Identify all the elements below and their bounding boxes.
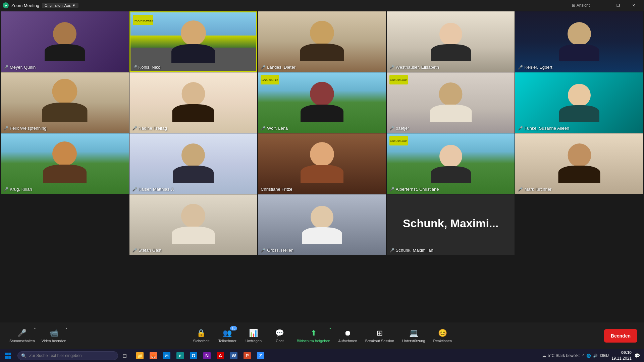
originalton-button[interactable]: Originalton: Aus ▼ [42, 3, 78, 8]
participant-video-15 [172, 204, 215, 244]
participant-nameplate-6: 🎤 Nadine Freitag [132, 126, 167, 131]
participant-nameplate-2: 🎤 Landes, Dieter [261, 65, 296, 70]
mute-caret: ▲ [34, 327, 36, 330]
mute-button[interactable]: ▲ 🎤 Stummschalten [7, 324, 38, 348]
participant-nameplate-15: 🎤 Stefan Gast [132, 248, 162, 253]
taskbar-app-zoom[interactable]: Z [254, 349, 267, 362]
mute-icon-14: 🎤 [518, 187, 523, 192]
participant-nameplate-3: 🎤 Westhäuser, Elisabeth [389, 65, 439, 70]
video-cell-funke[interactable]: 🎤 Funke, Susanne Aileen [515, 72, 643, 133]
video-caret: ▲ [65, 327, 68, 330]
weather-widget[interactable]: ☁ 5°C Stark bewölkt [542, 353, 580, 358]
support-button[interactable]: 💻 Unterstützung [399, 324, 428, 348]
video-cell-alberternst[interactable]: HOCHSCHULE 🎤 Alberternst, Christiane [387, 133, 515, 194]
mute-icon-17: 🎤 [389, 248, 394, 253]
start-button[interactable] [0, 349, 16, 362]
system-clock[interactable]: 09:10 19.11.2021 [611, 350, 632, 361]
participant-nameplate-11: 🎤 Kaiser, Matthias J. [132, 187, 174, 192]
taskbar-app-mail[interactable]: ✉ [160, 349, 173, 362]
chat-icon: 💬 [275, 329, 284, 338]
participant-video-3 [431, 23, 471, 61]
clock-date: 19.11.2021 [611, 356, 632, 361]
participant-name-17: Schunk, Maximilian [396, 248, 433, 253]
participant-video-13 [431, 145, 471, 183]
video-cell-gross[interactable]: 🎤 Gross, Hellen [258, 194, 386, 255]
mail-icon: ✉ [163, 352, 170, 359]
tray-chevron[interactable]: ^ [582, 354, 584, 358]
taskbar-app-edge[interactable]: e [174, 349, 186, 362]
notification-icon[interactable]: 💬 [634, 353, 640, 358]
system-tray: ^ 🌐 🔊 [582, 354, 597, 358]
participants-button[interactable]: ▲ 👥 18 Teilnehmer [216, 324, 239, 348]
video-button[interactable]: ▲ 📹 Video beenden [39, 324, 69, 348]
participant-video-5 [42, 79, 87, 122]
participant-video-0 [45, 22, 85, 61]
video-cell-westhauser[interactable]: 🎤 Westhäuser, Elisabeth [387, 11, 515, 72]
taskbar-search-box[interactable]: 🔍 Zur Suche Text hier eingeben [17, 351, 118, 360]
video-cell-fritze[interactable]: Christiane Fritze [258, 133, 386, 194]
mute-icon-9: 🎤 [518, 126, 523, 131]
explorer-icon: 📁 [136, 352, 144, 359]
taskview-button[interactable]: ⊟ [118, 349, 131, 362]
mute-icon-15: 🎤 [132, 248, 137, 253]
participant-name-6: Nadine Freitag [139, 126, 167, 131]
taskbar-app-firefox[interactable]: 🦊 [147, 349, 160, 362]
participant-nameplate-13: 🎤 Alberternst, Christiane [389, 187, 439, 192]
security-button[interactable]: 🔒 Sicherheit [190, 324, 213, 348]
toolbar: ▲ 🎤 Stummschalten ▲ 📹 Video beenden 🔒 Si… [0, 322, 644, 349]
video-cell-kirchner[interactable]: 🎤 Mark Kirchner [515, 133, 643, 194]
mute-icon-5: 🎤 [3, 126, 8, 131]
taskbar-app-explorer[interactable]: 📁 [133, 349, 146, 362]
video-cell-wolf[interactable]: HOCHSCHULE 🎤 Wolf, Lena [258, 72, 386, 133]
participant-video-16 [302, 206, 342, 244]
share-screen-button[interactable]: ▲ ⬆ Bildschirm freigeben [294, 324, 333, 348]
video-cell-baetjer[interactable]: HOCHSCHULE 🎤 baetjer [387, 72, 515, 133]
video-cell-kaiser[interactable]: 🎤 Kaiser, Matthias J. [129, 133, 258, 194]
participant-video-8 [430, 82, 472, 122]
restore-button[interactable]: ❐ [610, 0, 626, 11]
reactions-button[interactable]: 😊 Reaktionen [430, 324, 454, 348]
taskbar-apps: 📁 🦊 ✉ e O N A W P Z [133, 349, 267, 362]
taskbar-app-onenote[interactable]: N [201, 349, 213, 362]
language-indicator: DEU [600, 353, 609, 358]
mute-icon-2: 🎤 [261, 65, 266, 70]
end-meeting-button[interactable]: Beenden [604, 329, 637, 343]
video-cell-krug[interactable]: 🎤 Krug, Kilian [1, 133, 129, 194]
record-button[interactable]: ⏺ Aufnehmen [336, 324, 360, 348]
window-controls: — ❐ ✕ [595, 0, 641, 11]
svg-text:HOCHSCHULE: HOCHSCHULE [135, 19, 153, 22]
minimize-button[interactable]: — [595, 0, 610, 11]
video-cell-freitag[interactable]: 🎤 Nadine Freitag [129, 72, 258, 133]
microphone-icon: 🎤 [17, 329, 26, 338]
ansicht-button[interactable]: ⊞ Ansicht [572, 3, 590, 8]
participant-name-15: Stefan Gast [139, 248, 162, 253]
video-cell-meyer[interactable]: 🎤 Meyer, Quirin [1, 11, 129, 72]
windows-icon [5, 353, 11, 359]
taskbar: 🔍 Zur Suche Text hier eingeben ⊟ 📁 🦊 ✉ e… [0, 349, 644, 362]
video-cell-schunk[interactable]: Schunk, Maximi... 🎤 Schunk, Maximilian [387, 194, 515, 255]
breakout-button[interactable]: ⊞ Breakout Session [363, 324, 397, 348]
participant-video-11 [173, 143, 214, 183]
weather-icon: ☁ [542, 353, 546, 358]
polls-button[interactable]: 📊 Umfragen [242, 324, 265, 348]
taskbar-app-outlook[interactable]: O [187, 349, 200, 362]
mute-icon-10: 🎤 [3, 187, 8, 192]
taskbar-app-powerpoint[interactable]: P [241, 349, 254, 362]
support-icon: 💻 [409, 329, 418, 338]
video-cell-gast[interactable]: 🎤 Stefan Gast [129, 194, 258, 255]
video-cell-kohls[interactable]: HOCHSCHULE 🎤 Kohls, Niko [129, 11, 258, 72]
volume-icon[interactable]: 🔊 [593, 354, 598, 358]
taskbar-app-word[interactable]: W [227, 349, 240, 362]
participant-name-8: baetjer [396, 126, 409, 131]
taskbar-app-acrobat[interactable]: A [214, 349, 227, 362]
acrobat-icon: A [217, 352, 224, 359]
participant-name-2: Landes, Dieter [267, 65, 296, 70]
network-icon: 🌐 [586, 354, 591, 358]
video-cell-weispfenning[interactable]: 🎤 Felix Weispfenning [1, 72, 129, 133]
video-cell-landes[interactable]: 🎤 Landes, Dieter [258, 11, 386, 72]
breakout-icon: ⊞ [377, 329, 383, 338]
clock-time: 09:10 [611, 350, 632, 356]
video-cell-kessler[interactable]: 🎤 Keßler, Egbert [515, 11, 643, 72]
close-button[interactable]: ✕ [626, 0, 641, 11]
chat-button[interactable]: 💬 Chat [268, 324, 291, 348]
